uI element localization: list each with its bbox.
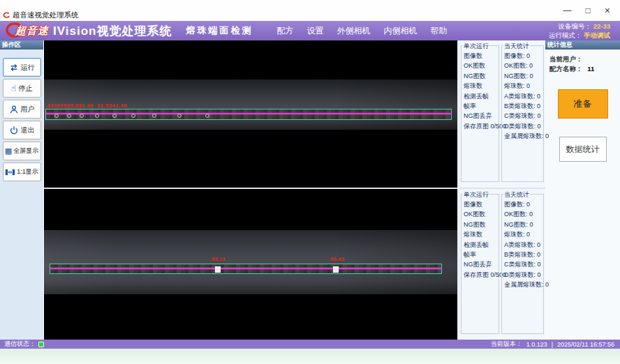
- stat-row: NG图丢弃: [464, 259, 498, 269]
- status-separator: |: [552, 341, 553, 348]
- user-icon: [9, 105, 19, 114]
- main-area: 操作区 运行 ☝ 停止 用户 退出 ▩ 全屏显示: [0, 40, 620, 340]
- recipe-name-value: 11: [587, 65, 594, 73]
- stat-row: A类熔珠数: 0: [504, 91, 542, 101]
- measurement-label: 56.43: [330, 256, 344, 262]
- stats-section-bottom: 单次运行 图像数 OK图数 NG图数 熔珠数 检测丢帧 帧率 NG图丢弃 保存原…: [459, 189, 545, 340]
- stat-row: 熔珠数: 0: [504, 81, 542, 91]
- stat-row: C类熔珠数: 0: [504, 111, 542, 121]
- menu-item-help[interactable]: 帮助: [430, 25, 447, 37]
- exit-button-label: 退出: [21, 126, 35, 135]
- window-title: 超音速视觉处理系统: [13, 10, 79, 20]
- stat-row: NG图数: [464, 220, 498, 229]
- measurement-label: 53.11: [212, 256, 226, 262]
- camera-viewports: 44360539.831.49 31.5341.49 53.11 56.43: [44, 40, 457, 340]
- stat-row: 熔珠数: [464, 81, 498, 91]
- stat-row: 检测丢帧: [464, 240, 498, 250]
- groupbox-title: 单次运行: [463, 190, 489, 199]
- fullscreen-button-label: 全屏显示: [13, 146, 38, 156]
- daily-stats-groupbox: 当天统计 图像数: 0 OK图数: 0 NG图数: 0 熔珠数: 0 A类熔珠数…: [501, 45, 544, 182]
- menu-item-outer-camera[interactable]: 外侧相机: [337, 25, 370, 37]
- stat-row: 熔珠数: [464, 229, 498, 239]
- camera-viewport-bottom[interactable]: 53.11 56.43: [44, 189, 457, 340]
- daily-stats-groupbox: 当天统计 图像数: 0 OK图数: 0 NG图数: 0 熔珠数: 0 A类熔珠数…: [501, 194, 544, 334]
- camera-image-bottom: [44, 230, 457, 294]
- fullscreen-icon: ▩: [5, 146, 12, 156]
- stat-row: OK图数: 0: [504, 61, 542, 70]
- stat-row: C类熔珠数: 0: [504, 259, 542, 269]
- stat-row: 保存原图 0/500: [464, 270, 498, 280]
- stat-row: NG图数: [464, 71, 498, 81]
- operation-sidebar: 操作区 运行 ☝ 停止 用户 退出 ▩ 全屏显示: [0, 40, 44, 340]
- info-panel: 统计信息 当前用户： 配方名称： 11 准备 数据统计: [545, 40, 620, 340]
- stat-row: OK图数: [464, 61, 498, 70]
- single-run-groupbox: 单次运行 图像数 OK图数 NG图数 熔珠数 检测丢帧 帧率 NG图丢弃 保存原…: [461, 45, 499, 182]
- stat-row: 图像数: [464, 51, 498, 61]
- one-to-one-button-label: 1:1显示: [17, 167, 38, 176]
- desktop-strip: [0, 349, 620, 364]
- menu-item-recipe[interactable]: 配方: [276, 25, 293, 37]
- stop-hand-icon: ☝: [11, 84, 17, 93]
- app-title: IVision视觉处理系统: [53, 23, 172, 39]
- run-mode-label: 运行模式：: [549, 31, 582, 39]
- run-loop-icon: [9, 63, 19, 73]
- groupbox-title: 单次运行: [463, 42, 489, 51]
- run-button[interactable]: 运行: [3, 58, 41, 77]
- groupbox-title: 当天统计: [503, 190, 530, 199]
- one-to-one-icon: [5, 168, 15, 176]
- current-user-label: 当前用户：: [549, 55, 583, 63]
- stop-button-label: 停止: [18, 84, 32, 93]
- stat-row: OK图数: 0: [504, 209, 542, 219]
- weld-bead-overlay-bottom: [50, 264, 442, 274]
- run-mode-value: 手动调试: [584, 31, 610, 39]
- data-statistics-button[interactable]: 数据统计: [559, 137, 607, 162]
- groupbox-title: 当天统计: [503, 42, 530, 51]
- stat-row: A类熔珠数: 0: [504, 240, 542, 250]
- stat-row: 图像数: [464, 199, 498, 209]
- brand-logo: 超音速: [4, 22, 49, 39]
- stat-row: 帧率: [464, 101, 498, 111]
- close-button[interactable]: ×: [605, 6, 610, 15]
- exit-power-icon: [9, 126, 19, 135]
- stat-row: B类熔珠数: 0: [504, 250, 542, 259]
- app-header: 超音速 IVision视觉处理系统 熔珠端面检测 配方 设置 外侧相机 内侧相机…: [0, 21, 620, 40]
- sidebar-title: 操作区: [0, 40, 43, 50]
- camera-viewport-top[interactable]: 44360539.831.49 31.5341.49: [44, 40, 457, 188]
- status-datetime: 2025/02/11 16:57:56: [557, 341, 614, 348]
- stat-row: OK图数: [464, 209, 498, 219]
- app-logo-icon: [3, 12, 10, 19]
- brand-name: 超音速: [15, 24, 49, 38]
- stat-row: 图像数: 0: [504, 51, 542, 61]
- exit-button[interactable]: 退出: [3, 121, 41, 139]
- menu-bar: 配方 设置 外侧相机 内侧相机 帮助: [276, 25, 447, 37]
- restore-button[interactable]: □: [586, 6, 591, 15]
- comm-status-label: 通信状态：: [4, 340, 36, 349]
- fullscreen-button[interactable]: ▩ 全屏显示: [3, 142, 41, 160]
- stat-row: 图像数: 0: [504, 199, 542, 209]
- bead-centerline: [50, 268, 441, 269]
- user-button[interactable]: 用户: [3, 100, 41, 119]
- measurement-annotation: 44360539.831.49 31.5341.49: [47, 103, 127, 109]
- minimize-button[interactable]: —: [563, 6, 572, 15]
- stat-row: 帧率: [464, 250, 498, 259]
- stat-row: B类熔珠数: 0: [504, 101, 542, 111]
- stat-row: 熔珠数: 0: [504, 229, 542, 239]
- stat-row: D类熔珠数: 0: [504, 121, 542, 131]
- stop-button[interactable]: ☝ 停止: [3, 79, 41, 98]
- info-panel-title: 统计信息: [545, 40, 620, 50]
- menu-item-settings[interactable]: 设置: [307, 25, 323, 37]
- single-run-groupbox: 单次运行 图像数 OK图数 NG图数 熔珠数 检测丢帧 帧率 NG图丢弃 保存原…: [461, 194, 499, 334]
- one-to-one-button[interactable]: 1:1显示: [3, 162, 41, 181]
- stat-row: 金属屑熔珠数: 0: [504, 280, 542, 289]
- statistics-column: 单次运行 图像数 OK图数 NG图数 熔珠数 检测丢帧 帧率 NG图丢弃 保存原…: [457, 40, 545, 340]
- bead-centerline: [46, 113, 451, 114]
- ready-button[interactable]: 准备: [558, 89, 608, 119]
- version-label: 当前版本：: [491, 340, 522, 349]
- menu-item-inner-camera[interactable]: 内侧相机: [383, 25, 417, 37]
- stat-row: 保存原图 0/500: [464, 121, 498, 131]
- user-button-label: 用户: [21, 105, 35, 114]
- device-id-value: 22-33: [593, 22, 610, 30]
- recipe-name-label: 配方名称：: [549, 65, 583, 73]
- run-button-label: 运行: [21, 63, 35, 73]
- weld-bead-overlay-top: [45, 109, 452, 120]
